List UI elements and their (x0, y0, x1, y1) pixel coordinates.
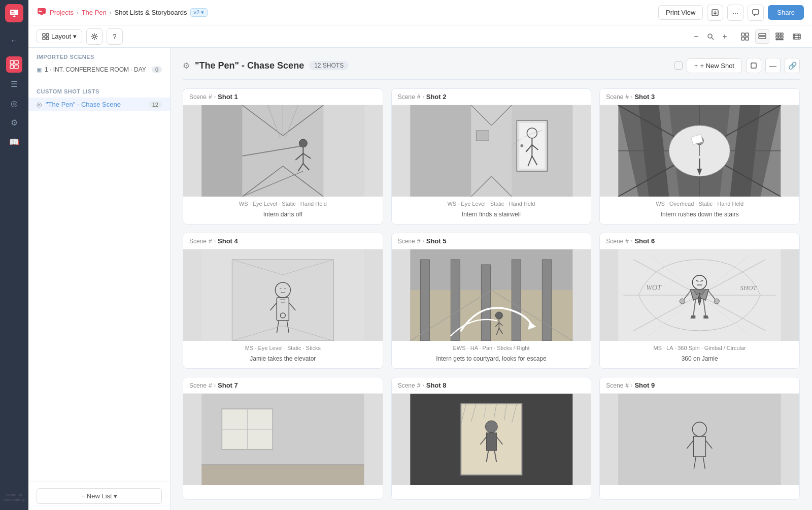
shot-6-thumbnail: WOT SHOT (600, 249, 799, 341)
shots-badge: 12 SHOTS (309, 61, 349, 70)
svg-point-17 (93, 35, 95, 38)
shot-card-3[interactable]: Scene # › Shot 3 (599, 88, 800, 225)
shot-card-1[interactable]: Scene # › Shot 1 (183, 88, 383, 225)
svg-point-18 (708, 34, 712, 38)
chevron-icon: › (214, 94, 216, 100)
shot-card-2[interactable]: Scene # › Shot 2 (391, 88, 592, 225)
shot-3-description: Intern rushes down the stairs (600, 209, 799, 224)
shot-card-7-header: Scene # › Shot 7 (183, 377, 383, 394)
svg-rect-2 (11, 13, 15, 14)
list-icon[interactable]: ☰ (6, 76, 22, 92)
projects-link[interactable]: Projects (50, 9, 74, 16)
custom-list-item[interactable]: ◎ "The Pen" - Chase Scene 12 (28, 98, 170, 111)
layout-button[interactable]: Layout ▾ (37, 29, 82, 43)
svg-rect-13 (43, 34, 45, 36)
app-logo[interactable] (5, 4, 23, 22)
new-list-button[interactable]: + New List ▾ (37, 488, 162, 504)
svg-rect-5 (10, 65, 14, 69)
svg-rect-20 (741, 33, 745, 36)
zoom-in-button[interactable]: + (719, 30, 731, 43)
projects-logo (37, 7, 47, 18)
main-wrapper: Projects › The Pen › Shot Lists & Storyb… (28, 0, 812, 510)
zoom-out-button[interactable]: − (690, 30, 702, 43)
shot-card-7[interactable]: Scene # › Shot 7 (183, 377, 383, 500)
shot-5-meta: EWS · HA · Pan · Sticks / Right (392, 341, 591, 353)
scene-item[interactable]: ▣ 1 · INT. CONFERENCE ROOM · DAY 0 (28, 63, 170, 76)
download-icon[interactable] (707, 5, 723, 21)
back-icon[interactable]: ← (6, 33, 22, 49)
scene-item-icon: ▣ (37, 67, 42, 73)
shot-card-5[interactable]: Scene # › Shot 5 (391, 233, 592, 369)
chevron-icon-4: › (214, 238, 216, 244)
new-shot-button[interactable]: + + New Shot (687, 58, 742, 73)
view-list-button[interactable] (755, 29, 769, 44)
svg-rect-3 (10, 60, 14, 64)
shot-view-toggle1[interactable] (746, 58, 761, 73)
zoom-controls: − + (690, 30, 731, 43)
shot-card-4[interactable]: Scene # › Shot 4 (183, 233, 383, 369)
shot-8-thumbnail (392, 394, 591, 485)
shot-8-description (392, 491, 591, 499)
more-icon[interactable]: ··· (727, 5, 743, 21)
scene-header-icon: ⚙ (183, 61, 190, 71)
svg-rect-24 (759, 34, 766, 36)
shot-1-description: Intern darts off (183, 209, 383, 224)
sep1: › (77, 10, 79, 16)
chat-icon[interactable] (748, 5, 764, 21)
shot-card-6[interactable]: Scene # › Shot 6 (599, 233, 800, 369)
print-view-button[interactable]: Print View (658, 5, 703, 20)
svg-rect-110 (420, 260, 429, 341)
shot-7-description (183, 491, 383, 499)
shot-2-description: Intern finds a stairwell (392, 209, 591, 224)
version-badge[interactable]: v2 ▾ (190, 8, 208, 17)
content-area: ⚙ "The Pen" - Chase Scene 12 SHOTS + + N… (171, 48, 812, 510)
storyboard-icon[interactable] (6, 56, 22, 73)
view-film-button[interactable] (790, 29, 804, 44)
share-button[interactable]: Share (768, 5, 804, 20)
the-pen-link[interactable]: The Pen (82, 9, 107, 16)
svg-point-140 (680, 299, 685, 304)
shot-card-9[interactable]: Scene # › Shot 9 (599, 377, 800, 500)
view-grid-3-button[interactable] (772, 29, 787, 44)
settings-icon[interactable] (86, 28, 103, 45)
shot-9-meta (600, 485, 799, 491)
svg-rect-43 (323, 105, 364, 197)
svg-rect-9 (39, 11, 42, 12)
chevron-icon-8: › (422, 382, 424, 388)
svg-point-50 (299, 139, 307, 147)
book-icon[interactable]: 📖 (6, 134, 22, 150)
svg-rect-12 (753, 10, 759, 14)
zoom-fit-button[interactable] (704, 30, 717, 43)
chevron-icon-3: › (631, 94, 632, 100)
svg-rect-33 (779, 39, 781, 40)
chevron-icon-5: › (422, 238, 424, 244)
help-icon[interactable]: ? (107, 28, 123, 45)
shot-card-8[interactable]: Scene # › Shot 8 (391, 377, 592, 500)
svg-rect-6 (15, 65, 18, 69)
scene-title: "The Pen" - Chase Scene (195, 60, 304, 71)
svg-rect-60 (410, 105, 471, 197)
made-by-label: Made By Leanometry (0, 493, 28, 506)
svg-rect-75 (476, 131, 489, 141)
svg-rect-30 (779, 36, 781, 38)
view-grid-2-button[interactable] (738, 29, 752, 44)
shot-7-thumbnail (183, 394, 383, 485)
custom-list-badge: 12 (149, 101, 162, 108)
shot-view-toggle3[interactable]: 🔗 (785, 58, 800, 73)
svg-rect-8 (39, 10, 41, 10)
shot-card-2-header: Scene # › Shot 2 (392, 89, 591, 105)
shot-3-thumbnail (600, 105, 799, 197)
svg-point-68 (520, 144, 523, 147)
svg-rect-152 (201, 465, 364, 485)
select-all-checkbox[interactable] (674, 61, 683, 70)
toolbar-right: − + (690, 29, 804, 44)
adjust-icon[interactable]: ⚙ (6, 114, 22, 131)
toolbar: Layout ▾ ? − + (28, 25, 812, 48)
scene-item-badge: 0 (152, 66, 162, 73)
svg-rect-169 (619, 394, 781, 485)
scenes-icon[interactable]: ◎ (6, 95, 22, 111)
shot-card-9-header: Scene # › Shot 9 (600, 377, 799, 394)
imported-scenes-header: IMPORTED SCENES (28, 48, 170, 63)
svg-rect-16 (46, 37, 49, 40)
shot-view-toggle2[interactable]: — (765, 58, 781, 73)
